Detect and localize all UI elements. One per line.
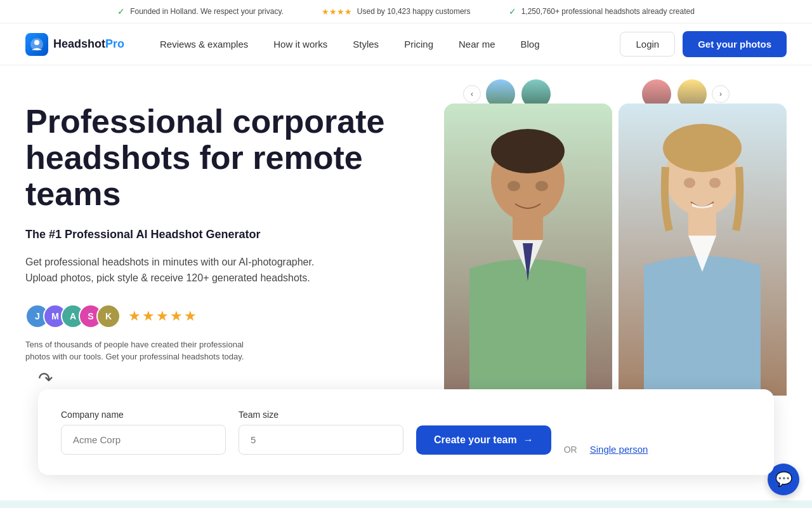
hero-section: Professional corporate headshots for rem… bbox=[0, 65, 812, 396]
topbar-text-1: Founded in Holland. We respect your priv… bbox=[130, 7, 284, 16]
logo-link[interactable]: HeadshotPro bbox=[25, 33, 124, 56]
prev-left-button[interactable]: ‹ bbox=[463, 85, 481, 103]
nav-nearme[interactable]: Near me bbox=[449, 34, 506, 55]
chat-icon: 💬 bbox=[775, 471, 792, 488]
nav-links: Reviews & examples How it works Styles P… bbox=[150, 34, 620, 55]
nav-actions: Login Get your photos bbox=[620, 31, 787, 57]
arrow-icon: ↷ bbox=[38, 368, 406, 389]
team-size-group: Team size bbox=[239, 410, 403, 455]
headshot-photo-right bbox=[619, 104, 787, 396]
check-icon-1: ✓ bbox=[117, 6, 125, 17]
check-icon-3: ✓ bbox=[509, 6, 516, 17]
svg-point-1 bbox=[34, 40, 39, 45]
navigation: HeadshotPro Reviews & examples How it wo… bbox=[0, 23, 812, 65]
logo-text: HeadshotPro bbox=[53, 37, 124, 51]
nav-pricing[interactable]: Pricing bbox=[394, 34, 443, 55]
company-name-label: Company name bbox=[61, 410, 226, 420]
avatar-5: K bbox=[96, 304, 121, 328]
star-rating: ★★★★★ bbox=[128, 308, 198, 324]
topbar-item-2: ★★★★ Used by 10,423 happy customers bbox=[322, 7, 471, 17]
svg-point-13 bbox=[709, 178, 721, 188]
nav-reviews[interactable]: Reviews & examples bbox=[150, 34, 258, 55]
topbar-text-3: 1,250,760+ professional headshots alread… bbox=[521, 7, 695, 16]
hero-images: ‹ › bbox=[406, 91, 787, 396]
hero-description: Get professional headshots in minutes wi… bbox=[25, 254, 343, 286]
topbar-stars: ★★★★ bbox=[322, 7, 352, 17]
svg-point-7 bbox=[535, 181, 548, 191]
social-proof-text: Tens of thousands of people have created… bbox=[25, 338, 266, 363]
team-size-input[interactable] bbox=[239, 425, 403, 455]
topbar-item-3: ✓ 1,250,760+ professional headshots alre… bbox=[509, 6, 695, 17]
or-divider: OR bbox=[564, 444, 577, 455]
team-form: Company name Team size Create your team … bbox=[38, 389, 774, 475]
team-size-label: Team size bbox=[239, 410, 403, 420]
hero-content: Professional corporate headshots for rem… bbox=[25, 91, 406, 396]
nav-blog[interactable]: Blog bbox=[511, 34, 550, 55]
create-team-label: Create your team bbox=[434, 434, 517, 446]
headshot-photo-left bbox=[444, 104, 612, 396]
create-team-button[interactable]: Create your team → bbox=[416, 425, 551, 455]
logo-icon bbox=[25, 33, 48, 56]
login-button[interactable]: Login bbox=[620, 32, 675, 57]
company-name-input[interactable] bbox=[61, 425, 226, 455]
hero-subtitle: The #1 Professional AI Headshot Generato… bbox=[25, 228, 406, 241]
next-right-button[interactable]: › bbox=[712, 85, 730, 103]
bottom-features: All photoshoots include ✓ 120 headshots … bbox=[0, 500, 812, 508]
single-person-link[interactable]: Single person bbox=[590, 444, 648, 455]
topbar-text-2: Used by 10,423 happy customers bbox=[357, 7, 471, 16]
topbar-item-1: ✓ Founded in Holland. We respect your pr… bbox=[117, 6, 284, 17]
top-bar: ✓ Founded in Holland. We respect your pr… bbox=[0, 0, 812, 23]
nav-how-it-works[interactable]: How it works bbox=[263, 34, 337, 55]
company-name-group: Company name bbox=[61, 410, 226, 455]
svg-rect-5 bbox=[513, 215, 543, 240]
get-photos-button[interactable]: Get your photos bbox=[683, 31, 787, 57]
social-proof-row: J M A S K ★★★★★ bbox=[25, 304, 406, 328]
arrow-right-icon: → bbox=[523, 434, 534, 446]
svg-point-4 bbox=[491, 129, 565, 173]
headshot-photos: ‹ › bbox=[444, 78, 812, 396]
svg-point-10 bbox=[663, 124, 742, 172]
avatar-group: J M A S K bbox=[25, 304, 121, 328]
svg-rect-11 bbox=[688, 210, 716, 236]
nav-styles[interactable]: Styles bbox=[343, 34, 389, 55]
svg-point-6 bbox=[508, 181, 520, 191]
svg-point-12 bbox=[684, 178, 695, 188]
hero-title: Professional corporate headshots for rem… bbox=[25, 104, 406, 213]
